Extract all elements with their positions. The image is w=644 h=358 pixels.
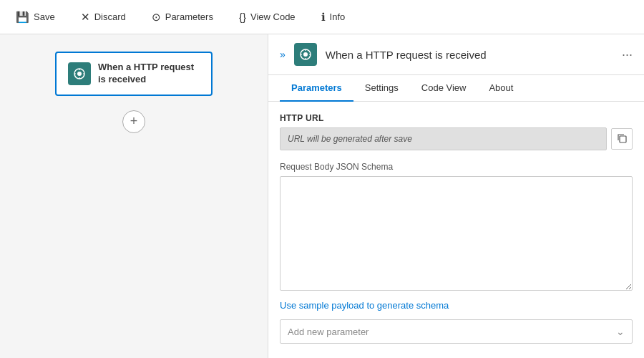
url-placeholder-text: URL will be generated after save (288, 134, 412, 144)
info-icon: ℹ (321, 11, 326, 22)
info-label: Info (330, 11, 346, 22)
sample-payload-link[interactable]: Use sample payload to generate schema (280, 300, 633, 311)
add-param-placeholder: Add new parameter (288, 326, 369, 337)
right-panel-trigger-icon (294, 43, 317, 66)
toolbar: 💾 Save ✕ Discard ⊙ Parameters {} View Co… (0, 0, 644, 34)
discard-label: Discard (94, 11, 126, 22)
add-step-button[interactable]: + (122, 110, 145, 133)
discard-button[interactable]: ✕ Discard (77, 9, 130, 25)
discard-icon: ✕ (81, 11, 90, 22)
view-code-icon: {} (239, 11, 246, 22)
trigger-card[interactable]: When a HTTP request is received (55, 52, 213, 96)
tab-bar: Parameters Settings Code View About (268, 75, 644, 102)
http-url-label: HTTP URL (280, 113, 633, 123)
right-panel-header: » When a HTTP request is received ··· (268, 34, 644, 75)
trigger-icon (68, 62, 91, 85)
add-parameter-dropdown[interactable]: Add new parameter ⌄ (280, 319, 633, 344)
view-code-button[interactable]: {} View Code (235, 9, 300, 25)
left-panel: When a HTTP request is received + (0, 34, 268, 358)
copy-url-button[interactable] (611, 128, 633, 150)
main-layout: When a HTTP request is received + » When… (0, 34, 644, 358)
tab-parameters[interactable]: Parameters (280, 75, 353, 102)
parameters-button[interactable]: ⊙ Parameters (147, 9, 218, 25)
parameters-label: Parameters (165, 11, 213, 22)
schema-label: Request Body JSON Schema (280, 162, 633, 172)
info-button[interactable]: ℹ Info (317, 9, 350, 25)
parameters-icon: ⊙ (152, 11, 161, 22)
save-icon: 💾 (16, 11, 29, 22)
trigger-label: When a HTTP request is received (98, 62, 200, 86)
svg-point-1 (77, 72, 82, 76)
save-label: Save (34, 11, 55, 22)
right-panel: » When a HTTP request is received ··· Pa… (268, 34, 644, 358)
svg-rect-4 (620, 136, 626, 142)
plus-icon: + (130, 114, 138, 129)
save-button[interactable]: 💾 Save (11, 9, 59, 25)
svg-point-3 (303, 52, 308, 57)
copy-icon (617, 133, 627, 145)
tab-code-view[interactable]: Code View (410, 75, 478, 102)
url-field: URL will be generated after save (280, 127, 607, 150)
tab-about[interactable]: About (477, 75, 525, 102)
schema-textarea[interactable] (280, 176, 633, 291)
content-area: HTTP URL URL will be generated after sav… (268, 102, 644, 358)
chevron-down-icon: ⌄ (616, 326, 625, 337)
tab-settings[interactable]: Settings (353, 75, 410, 102)
expand-icon[interactable]: » (280, 49, 286, 60)
view-code-label: View Code (250, 11, 296, 22)
more-options-icon[interactable]: ··· (622, 47, 633, 62)
url-row: URL will be generated after save (280, 127, 633, 150)
right-panel-title: When a HTTP request is received (326, 49, 613, 61)
